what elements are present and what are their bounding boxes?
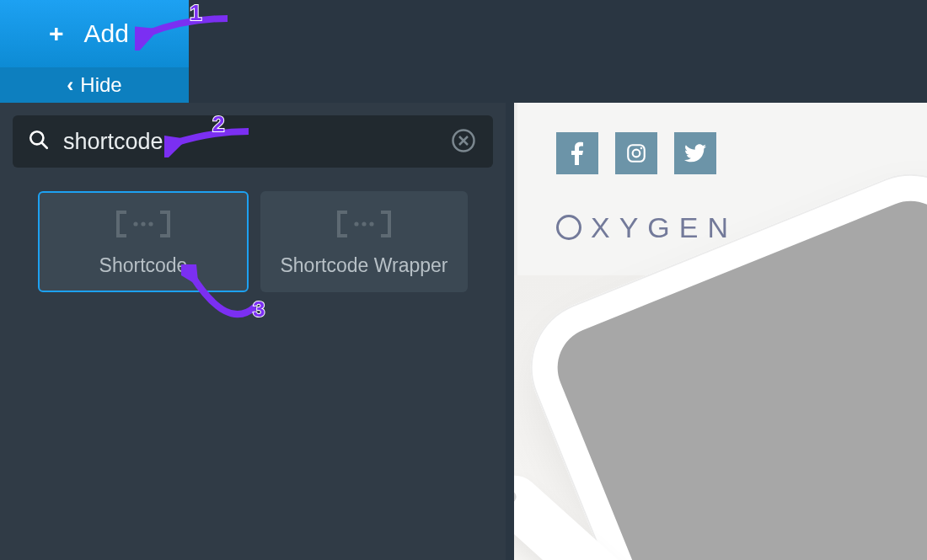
element-card-shortcode-wrapper[interactable]: Shortcode Wrapper	[260, 191, 468, 292]
shortcode-icon	[334, 207, 394, 244]
brand-o-icon	[556, 215, 581, 240]
element-card-label: Shortcode	[99, 254, 188, 277]
clear-search-button[interactable]	[451, 128, 478, 155]
svg-point-5	[133, 221, 137, 226]
svg-point-8	[354, 221, 358, 226]
svg-point-10	[369, 221, 373, 226]
svg-point-13	[640, 147, 643, 150]
twitter-icon	[684, 144, 706, 163]
add-button-label: Add	[84, 19, 129, 48]
hide-button-label: Hide	[80, 73, 121, 97]
annotation-number-2: 2	[212, 111, 224, 137]
social-facebook[interactable]	[556, 132, 598, 174]
svg-point-6	[141, 221, 145, 226]
instagram-icon	[625, 142, 647, 164]
preview-hero-image	[514, 275, 927, 560]
social-instagram[interactable]	[615, 132, 657, 174]
chevron-left-icon: ‹	[67, 73, 73, 97]
brand-text: XYGEN	[591, 211, 737, 243]
annotation-number-3: 3	[253, 296, 265, 323]
plus-icon: +	[49, 21, 64, 46]
svg-point-9	[362, 221, 366, 226]
shortcode-icon	[113, 207, 174, 244]
annotation-arrow-1	[135, 8, 236, 51]
social-row	[556, 132, 927, 174]
facebook-icon	[569, 141, 586, 165]
hide-button[interactable]: ‹ Hide	[0, 67, 189, 103]
svg-point-12	[633, 150, 640, 157]
search-input[interactable]	[63, 129, 451, 155]
svg-point-7	[148, 221, 153, 226]
svg-line-1	[42, 143, 47, 148]
search-icon	[28, 129, 50, 154]
preview-canvas: XYGEN	[514, 103, 927, 560]
element-card-label: Shortcode Wrapper	[280, 254, 447, 277]
annotation-number-1: 1	[190, 0, 201, 26]
social-twitter[interactable]	[674, 132, 716, 174]
annotation-arrow-2	[164, 120, 257, 157]
